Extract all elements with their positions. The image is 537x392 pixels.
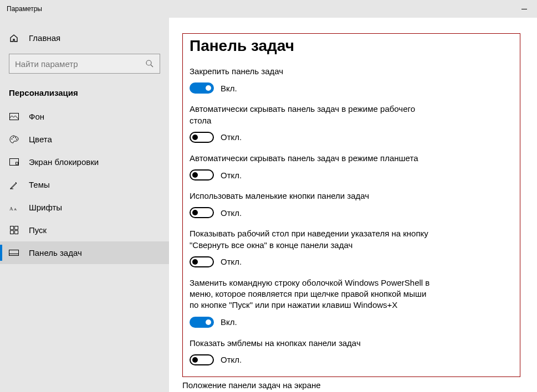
search-icon [145,59,154,68]
image-icon [9,113,19,120]
svg-point-4 [11,138,12,140]
setting-autohide-tablet: Автоматически скрывать панель задач в ре… [190,153,433,180]
setting-autohide-desktop: Автоматически скрывать панель задач в ре… [190,104,433,143]
window-title: Параметры [7,5,42,13]
toggle-state: Откл. [221,257,242,266]
setting-powershell: Заменить командную строку оболочкой Wind… [190,277,433,328]
sidebar-item-label: Темы [29,180,50,189]
home-nav[interactable]: Главная [0,28,169,48]
home-icon [9,34,19,43]
svg-rect-12 [10,226,13,230]
setting-label: Заменить командную строку оболочкой Wind… [190,277,433,311]
titlebar: Параметры [0,0,537,18]
sidebar-item-lockscreen[interactable]: Экран блокировки [0,151,169,173]
toggle-autohide-desktop[interactable] [190,132,214,143]
toggle-peek-desktop[interactable] [190,256,214,267]
toggle-state: Вкл. [221,317,237,327]
sidebar-item-label: Цвета [29,135,52,144]
svg-point-7 [16,139,17,140]
svg-rect-13 [14,226,18,230]
sidebar-item-label: Шрифты [29,203,62,212]
setting-small-buttons: Использовать маленькие кнопки панели зад… [190,190,433,218]
setting-label: Автоматически скрывать панель задач в ре… [190,104,433,126]
minimize-button[interactable] [512,0,537,18]
toggle-small-buttons[interactable] [190,207,214,218]
minimize-icon [521,9,527,9]
svg-point-6 [15,137,16,138]
svg-text:A: A [9,206,13,212]
svg-rect-9 [16,162,18,164]
toggle-state: Откл. [221,355,242,364]
setting-taskbar-position-label: Положение панели задач на экране [182,380,520,390]
fonts-icon: AA [9,204,19,212]
start-icon [9,226,19,234]
toggle-state: Откл. [221,171,242,180]
setting-badges: Показать эмблемы на кнопках панели задач… [190,338,433,365]
sidebar-item-label: Экран блокировки [29,157,99,167]
svg-rect-14 [10,231,13,234]
setting-lock-taskbar: Закрепить панель задач Вкл. [190,66,433,94]
lockscreen-icon [9,158,19,166]
palette-icon [9,135,19,143]
themes-icon [9,180,19,189]
toggle-powershell[interactable] [190,317,214,328]
setting-label: Использовать маленькие кнопки панели зад… [190,190,433,202]
setting-label: Закрепить панель задач [190,66,433,77]
category-title: Персонализация [0,84,169,105]
search-box[interactable] [9,54,160,74]
toggle-badges[interactable] [190,354,214,365]
sidebar-item-background[interactable]: Фон [0,105,169,128]
sidebar-item-taskbar[interactable]: Панель задач [0,241,169,264]
svg-rect-16 [9,250,19,256]
sidebar: Главная Персонализация Фон Цвета [0,18,169,392]
sidebar-item-themes[interactable]: Темы [0,173,169,196]
setting-label: Показать эмблемы на кнопках панели задач [190,338,433,349]
toggle-state: Вкл. [221,84,237,93]
toggle-lock-taskbar[interactable] [190,82,214,94]
toggle-autohide-tablet[interactable] [190,169,214,180]
svg-rect-0 [521,9,527,9]
search-input[interactable] [15,59,154,69]
sidebar-item-start[interactable]: Пуск [0,219,169,241]
highlight-box: Панель задач Закрепить панель задач Вкл.… [182,33,520,377]
sidebar-item-label: Фон [29,112,44,121]
setting-label: Автоматически скрывать панель задач в ре… [190,153,433,164]
home-label: Главная [29,33,60,43]
svg-point-1 [146,60,151,65]
sidebar-item-colors[interactable]: Цвета [0,128,169,151]
taskbar-icon [9,250,19,256]
sidebar-item-label: Панель задач [29,248,82,257]
toggle-state: Откл. [221,132,242,142]
setting-label: Показывать рабочий стол при наведении ук… [190,228,433,251]
sidebar-item-label: Пуск [29,225,47,235]
page-title: Панель задач [190,37,513,55]
toggle-state: Откл. [221,208,242,218]
sidebar-item-fonts[interactable]: AA Шрифты [0,196,169,219]
svg-text:A: A [14,207,17,212]
svg-point-5 [13,137,14,138]
svg-line-2 [151,65,153,67]
setting-peek-desktop: Показывать рабочий стол при наведении ук… [190,228,433,267]
content-area: Панель задач Закрепить панель задач Вкл.… [169,18,537,392]
svg-rect-15 [14,231,18,234]
